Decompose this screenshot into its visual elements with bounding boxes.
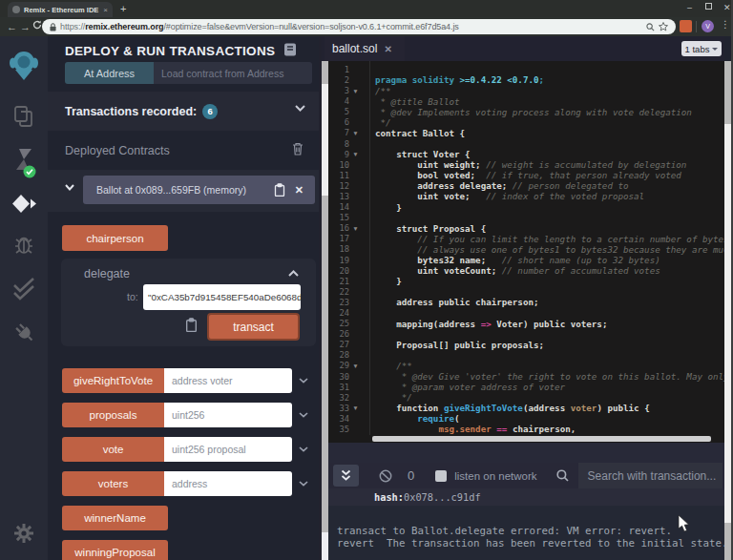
function-row-winningProposal: winningProposal	[62, 540, 312, 560]
hash-label: hash:	[374, 491, 404, 503]
code-line-9: 9▼ struct Voter {	[328, 149, 724, 159]
code-line-1: 1	[328, 64, 724, 74]
function-proposals-chevron-icon[interactable]	[299, 412, 308, 418]
function-row-winnerName: winnerName	[62, 506, 312, 530]
hash-value: 0x078...c91df	[404, 491, 481, 503]
hscroll-thumb[interactable]	[372, 436, 711, 442]
function-vote-input[interactable]: uint256 proposal	[164, 437, 292, 462]
settings-gear-icon[interactable]	[0, 523, 48, 544]
function-vote-chevron-icon[interactable]	[299, 446, 308, 452]
code-line-34: 34 require(	[328, 413, 724, 424]
code-editor[interactable]: 12pragma solidity >=0.4.22 <0.7.0;3▼/**4…	[328, 61, 724, 435]
trash-icon[interactable]	[292, 142, 304, 156]
delegate-copy-icon[interactable]	[185, 318, 198, 332]
terminal-expand-button[interactable]	[333, 465, 359, 487]
transactions-recorded-block[interactable]: Transactions recorded: 6	[48, 92, 319, 131]
deploy-run-panel: DEPLOY & RUN TRANSACTIONS At Address Loa…	[48, 36, 319, 560]
url-text: https://remix.ethereum.org/#optimize=fal…	[60, 22, 642, 31]
icon-rail	[0, 36, 48, 560]
function-winningProposal-button[interactable]: winningProposal	[62, 540, 168, 560]
tabs-count-label: 1 tabs	[685, 44, 710, 54]
browser-titlebar: Remix - Ethereum IDE × + – ✕	[0, 0, 733, 17]
remix-favicon	[12, 6, 20, 13]
reload-button[interactable]	[32, 20, 42, 30]
plugin-manager-icon[interactable]	[0, 320, 48, 344]
code-line-2: 2pragma solidity >=0.4.22 <0.7.0;	[328, 74, 724, 85]
analysis-icon[interactable]	[0, 278, 48, 302]
function-voters-input[interactable]: address	[164, 471, 292, 496]
code-line-6: 6 */	[328, 117, 724, 128]
window-close-button[interactable]: ✕	[723, 4, 731, 12]
terminal-search-icon	[556, 469, 569, 482]
terminal-log: transact to Ballot.delegate errored: VM …	[328, 506, 724, 560]
window-minimize-button[interactable]: –	[687, 4, 692, 12]
adblock-extension-icon[interactable]	[680, 20, 692, 32]
function-giveRightToVote-input[interactable]: address voter	[164, 368, 292, 393]
remix-logo-icon	[0, 50, 48, 81]
code-line-12: 12 address delegate; // person delegated…	[328, 180, 724, 191]
file-explorer-icon[interactable]	[0, 105, 48, 128]
transactions-recorded-label: Transactions recorded:	[65, 105, 197, 118]
profile-extension-icon[interactable]: V	[702, 20, 714, 32]
instance-close-icon[interactable]: ✕	[295, 184, 304, 197]
zoom-page-icon[interactable]	[646, 23, 655, 31]
listen-checkbox[interactable]	[435, 470, 447, 482]
code-line-7: 7▼contract Ballot {	[328, 128, 724, 138]
code-line-14: 14 }	[328, 202, 724, 213]
new-tab-button[interactable]: +	[120, 3, 126, 14]
record-book-icon[interactable]	[283, 43, 297, 56]
clear-console-icon[interactable]	[379, 469, 392, 483]
delegate-to-input[interactable]: "0xCA35b7d915458EF540aDe6068d	[143, 284, 301, 310]
tab-ballot-sol-label: ballot.sol	[332, 42, 377, 55]
code-line-8: 8	[328, 138, 724, 149]
code-line-19: 19 bytes32 name; // short name (up to 32…	[328, 255, 724, 265]
delegate-title: delegate	[84, 267, 130, 280]
tabs-count-button[interactable]: 1 tabs	[681, 41, 722, 56]
panel-scrollbar[interactable]	[322, 61, 328, 560]
code-line-32: 32 */	[328, 392, 724, 403]
function-chairperson-button[interactable]: chairperson	[62, 225, 168, 251]
transact-button[interactable]: transact	[207, 313, 300, 341]
function-giveRightToVote-chevron-icon[interactable]	[299, 378, 308, 384]
code-line-21: 21 }	[328, 276, 724, 286]
instance-title-bar[interactable]: Ballot at 0x089...659FB (memory) ✕	[83, 176, 315, 204]
tab-close-icon[interactable]: ✕	[384, 44, 391, 54]
delegate-card: delegate to: "0xCA35b7d915458EF540aDe606…	[61, 259, 316, 346]
bookmark-star-icon[interactable]	[659, 22, 668, 31]
at-address-button[interactable]: At Address	[65, 62, 154, 84]
delegate-chevron-up-icon[interactable]	[288, 270, 299, 277]
browser-tab-close-icon[interactable]: ×	[103, 6, 108, 14]
deployed-instance-block: Ballot at 0x089...659FB (memory) ✕	[48, 170, 319, 212]
function-vote-button[interactable]: vote	[62, 437, 164, 462]
url-bar[interactable]: https://remix.ethereum.org/#optimize=fal…	[42, 19, 676, 34]
transactions-chevron-down-icon[interactable]	[295, 105, 305, 112]
instance-copy-icon[interactable]	[274, 183, 285, 197]
debugger-icon[interactable]	[0, 233, 48, 256]
function-voters-button[interactable]: voters	[62, 471, 164, 496]
function-rows: giveRightToVoteaddress voterproposalsuin…	[62, 368, 312, 560]
deploy-run-icon[interactable]	[0, 194, 48, 215]
terminal-log-line-2: revert The transaction has been reverted…	[337, 537, 724, 550]
window-maximize-button[interactable]	[705, 3, 712, 11]
pending-count: 0	[408, 468, 414, 483]
code-line-11: 11 bool voted; // if true, that person a…	[328, 170, 724, 180]
instance-chevron-down-icon[interactable]	[65, 184, 74, 191]
terminal-hash-row[interactable]: hash: 0x078...c91df	[328, 488, 724, 506]
browser-tab[interactable]: Remix - Ethereum IDE ×	[8, 2, 113, 17]
at-address-input[interactable]: Load contract from Address	[154, 62, 312, 84]
editor-horizontal-scrollbar[interactable]	[328, 435, 724, 443]
back-button[interactable]: ←	[7, 21, 17, 32]
function-proposals-button[interactable]: proposals	[62, 403, 164, 427]
editor-tab-bar: ballot.sol ✕ 1 tabs	[322, 36, 724, 61]
tab-ballot-sol[interactable]: ballot.sol ✕	[325, 36, 405, 61]
function-winnerName-button[interactable]: winnerName	[62, 506, 168, 530]
function-giveRightToVote-button[interactable]: giveRightToVote	[62, 368, 164, 393]
code-line-35: 35 msg.sender == chairperson,	[328, 424, 724, 434]
browser-menu-icon[interactable]: ⋮	[721, 19, 730, 30]
editor-scrollbar[interactable]	[724, 61, 731, 560]
solidity-compiler-icon[interactable]	[0, 148, 48, 178]
function-proposals-input[interactable]: uint256	[164, 403, 292, 427]
forward-button[interactable]: →	[20, 21, 31, 32]
terminal-search-input[interactable]: Search with transaction...	[578, 463, 723, 488]
function-voters-chevron-icon[interactable]	[299, 481, 308, 487]
